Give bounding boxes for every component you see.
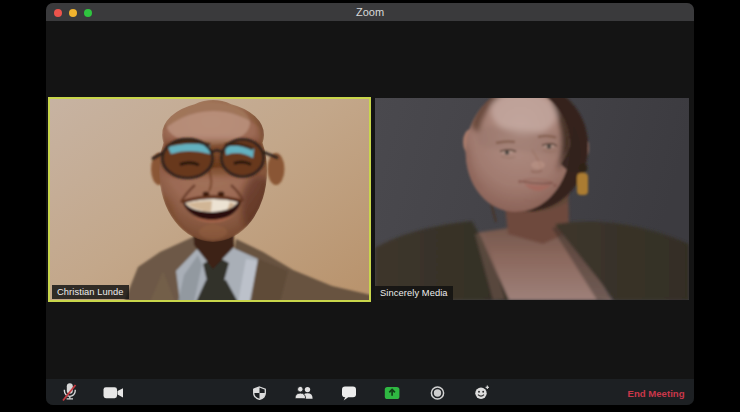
svg-text:End Meeting: End Meeting — [627, 388, 684, 399]
